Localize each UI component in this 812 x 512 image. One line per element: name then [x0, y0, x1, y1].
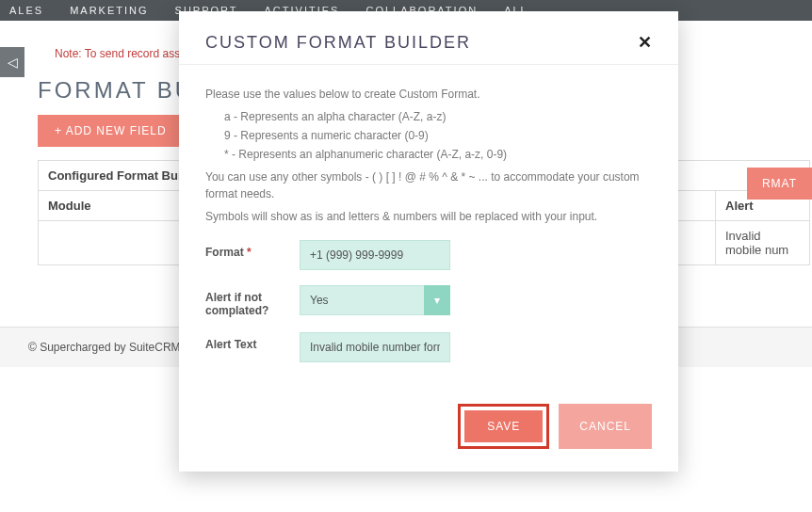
- alert-if-row: Alert if notcomplated? Yes ▾: [205, 285, 652, 317]
- legend-alpha: a - Represents an alpha character (A-Z, …: [224, 108, 652, 125]
- add-new-field-button[interactable]: + ADD NEW FIELD: [38, 115, 184, 147]
- legend-numeric: 9 - Represents a numeric character (0-9): [224, 127, 652, 144]
- cell-alert: Invalid mobile num: [715, 221, 809, 264]
- legend-alphanumeric: * - Represents an alphanumeric character…: [224, 146, 652, 163]
- save-highlight: SAVE: [458, 404, 549, 449]
- alert-if-select[interactable]: Yes ▾: [300, 285, 450, 315]
- modal-title: CUSTOM FORMAT BUILDER: [205, 33, 471, 53]
- chevron-left-icon: ◁: [8, 55, 18, 70]
- modal-intro: Please use the values below to create Cu…: [205, 86, 652, 103]
- alert-if-value: Yes: [300, 285, 450, 315]
- custom-format-modal: CUSTOM FORMAT BUILDER ✕ Please use the v…: [179, 11, 678, 472]
- modal-note2a: You can use any other symbols - ( ) [ ] …: [205, 168, 652, 202]
- modal-header: CUSTOM FORMAT BUILDER ✕: [179, 11, 678, 65]
- side-expand-tab[interactable]: ◁: [0, 47, 24, 77]
- modal-footer: SAVE CANCEL: [179, 387, 678, 472]
- alert-text-row: Alert Text: [205, 332, 652, 362]
- alert-text-label: Alert Text: [205, 332, 300, 351]
- nav-marketing[interactable]: MARKETING: [70, 5, 148, 16]
- cancel-button[interactable]: CANCEL: [559, 404, 652, 449]
- modal-body: Please use the values below to create Cu…: [179, 65, 678, 387]
- alert-text-input[interactable]: [300, 332, 450, 362]
- close-icon[interactable]: ✕: [638, 32, 652, 53]
- format-input[interactable]: [300, 240, 450, 270]
- alert-if-label: Alert if notcomplated?: [205, 285, 300, 317]
- format-button-partial[interactable]: RMAT: [747, 168, 812, 200]
- format-legend: a - Represents an alpha character (A-Z, …: [224, 108, 652, 163]
- nav-sales[interactable]: ALES: [9, 5, 43, 16]
- format-label: Format *: [205, 240, 300, 259]
- save-button[interactable]: SAVE: [464, 410, 543, 442]
- modal-note2b: Symbols will show as is and letters & nu…: [205, 208, 652, 225]
- format-row: Format *: [205, 240, 652, 270]
